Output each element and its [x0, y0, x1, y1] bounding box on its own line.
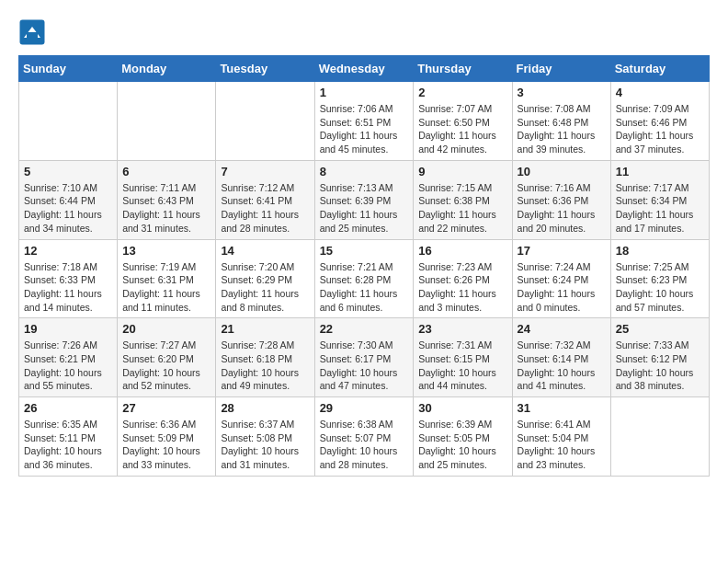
weekday-header-thursday: Thursday: [414, 56, 512, 82]
day-info: Sunrise: 6:36 AM Sunset: 5:09 PM Dayligh…: [122, 418, 210, 472]
day-info: Sunrise: 7:11 AM Sunset: 6:43 PM Dayligh…: [122, 181, 210, 236]
day-info: Sunrise: 7:24 AM Sunset: 6:24 PM Dayligh…: [518, 260, 606, 315]
day-number: 16: [418, 244, 506, 258]
day-cell: 26Sunrise: 6:35 AM Sunset: 5:11 PM Dayli…: [19, 397, 118, 477]
day-number: 10: [518, 165, 606, 178]
day-number: 7: [221, 165, 309, 178]
day-cell: [216, 82, 314, 161]
day-info: Sunrise: 7:32 AM Sunset: 6:14 PM Dayligh…: [518, 339, 606, 393]
day-info: Sunrise: 7:08 AM Sunset: 6:48 PM Dayligh…: [518, 102, 606, 156]
day-number: 22: [320, 322, 409, 336]
page-header: [18, 18, 710, 46]
day-number: 6: [122, 165, 210, 178]
day-cell: 3Sunrise: 7:08 AM Sunset: 6:48 PM Daylig…: [512, 82, 610, 161]
day-cell: 7Sunrise: 7:12 AM Sunset: 6:41 PM Daylig…: [216, 160, 314, 239]
day-info: Sunrise: 6:37 AM Sunset: 5:08 PM Dayligh…: [221, 418, 309, 472]
day-info: Sunrise: 7:17 AM Sunset: 6:34 PM Dayligh…: [616, 181, 704, 236]
day-number: 28: [221, 401, 309, 415]
svg-rect-2: [27, 32, 38, 38]
day-info: Sunrise: 7:20 AM Sunset: 6:29 PM Dayligh…: [221, 260, 309, 315]
day-info: Sunrise: 7:15 AM Sunset: 6:38 PM Dayligh…: [418, 181, 506, 236]
logo: [18, 18, 50, 46]
day-info: Sunrise: 7:27 AM Sunset: 6:20 PM Dayligh…: [122, 339, 210, 393]
day-info: Sunrise: 7:28 AM Sunset: 6:18 PM Dayligh…: [221, 339, 309, 393]
day-cell: 13Sunrise: 7:19 AM Sunset: 6:31 PM Dayli…: [118, 239, 216, 318]
day-cell: 31Sunrise: 6:41 AM Sunset: 5:04 PM Dayli…: [512, 397, 610, 477]
day-info: Sunrise: 7:16 AM Sunset: 6:36 PM Dayligh…: [518, 181, 606, 236]
day-info: Sunrise: 7:10 AM Sunset: 6:44 PM Dayligh…: [24, 181, 112, 236]
day-cell: 12Sunrise: 7:18 AM Sunset: 6:33 PM Dayli…: [19, 239, 118, 318]
day-cell: 25Sunrise: 7:33 AM Sunset: 6:12 PM Dayli…: [610, 318, 709, 397]
day-number: 27: [122, 401, 210, 415]
weekday-header-saturday: Saturday: [610, 56, 709, 82]
day-cell: 5Sunrise: 7:10 AM Sunset: 6:44 PM Daylig…: [19, 160, 118, 239]
day-number: 5: [24, 165, 112, 178]
day-number: 26: [24, 401, 112, 415]
day-cell: 29Sunrise: 6:38 AM Sunset: 5:07 PM Dayli…: [314, 397, 414, 477]
day-cell: 18Sunrise: 7:25 AM Sunset: 6:23 PM Dayli…: [610, 239, 709, 318]
day-info: Sunrise: 7:07 AM Sunset: 6:50 PM Dayligh…: [418, 102, 506, 156]
day-number: 17: [518, 244, 606, 258]
weekday-header-tuesday: Tuesday: [216, 56, 314, 82]
day-number: 8: [320, 165, 409, 178]
weekday-header-row: SundayMondayTuesdayWednesdayThursdayFrid…: [19, 56, 710, 82]
day-cell: [118, 82, 216, 161]
day-cell: 21Sunrise: 7:28 AM Sunset: 6:18 PM Dayli…: [216, 318, 314, 397]
day-number: 4: [616, 86, 704, 99]
day-info: Sunrise: 7:25 AM Sunset: 6:23 PM Dayligh…: [616, 260, 704, 315]
day-cell: 15Sunrise: 7:21 AM Sunset: 6:28 PM Dayli…: [314, 239, 414, 318]
day-number: 18: [616, 244, 704, 258]
day-info: Sunrise: 6:39 AM Sunset: 5:05 PM Dayligh…: [418, 418, 506, 472]
calendar-table: SundayMondayTuesdayWednesdayThursdayFrid…: [18, 55, 710, 477]
day-info: Sunrise: 7:33 AM Sunset: 6:12 PM Dayligh…: [616, 339, 704, 393]
day-number: 1: [320, 86, 409, 99]
logo-icon: [18, 18, 46, 46]
day-cell: 14Sunrise: 7:20 AM Sunset: 6:29 PM Dayli…: [216, 239, 314, 318]
day-cell: 30Sunrise: 6:39 AM Sunset: 5:05 PM Dayli…: [414, 397, 512, 477]
day-info: Sunrise: 7:18 AM Sunset: 6:33 PM Dayligh…: [24, 260, 112, 315]
day-cell: 28Sunrise: 6:37 AM Sunset: 5:08 PM Dayli…: [216, 397, 314, 477]
day-cell: 11Sunrise: 7:17 AM Sunset: 6:34 PM Dayli…: [610, 160, 709, 239]
day-number: 15: [320, 244, 409, 258]
day-cell: 27Sunrise: 6:36 AM Sunset: 5:09 PM Dayli…: [118, 397, 216, 477]
day-cell: 22Sunrise: 7:30 AM Sunset: 6:17 PM Dayli…: [314, 318, 414, 397]
day-cell: 16Sunrise: 7:23 AM Sunset: 6:26 PM Dayli…: [414, 239, 512, 318]
day-cell: 1Sunrise: 7:06 AM Sunset: 6:51 PM Daylig…: [314, 82, 414, 161]
day-cell: 8Sunrise: 7:13 AM Sunset: 6:39 PM Daylig…: [314, 160, 414, 239]
week-row-2: 5Sunrise: 7:10 AM Sunset: 6:44 PM Daylig…: [19, 160, 710, 239]
day-info: Sunrise: 7:13 AM Sunset: 6:39 PM Dayligh…: [320, 181, 409, 236]
week-row-3: 12Sunrise: 7:18 AM Sunset: 6:33 PM Dayli…: [19, 239, 710, 318]
day-number: 23: [418, 322, 506, 336]
day-cell: 4Sunrise: 7:09 AM Sunset: 6:46 PM Daylig…: [610, 82, 709, 161]
day-info: Sunrise: 6:41 AM Sunset: 5:04 PM Dayligh…: [518, 418, 606, 472]
day-number: 30: [418, 401, 506, 415]
day-cell: 2Sunrise: 7:07 AM Sunset: 6:50 PM Daylig…: [414, 82, 512, 161]
day-info: Sunrise: 7:30 AM Sunset: 6:17 PM Dayligh…: [320, 339, 409, 393]
day-cell: [610, 397, 709, 477]
day-number: 3: [518, 86, 606, 99]
day-info: Sunrise: 7:26 AM Sunset: 6:21 PM Dayligh…: [24, 339, 112, 393]
day-number: 21: [221, 322, 309, 336]
day-number: 20: [122, 322, 210, 336]
day-info: Sunrise: 6:35 AM Sunset: 5:11 PM Dayligh…: [24, 418, 112, 472]
week-row-1: 1Sunrise: 7:06 AM Sunset: 6:51 PM Daylig…: [19, 82, 710, 161]
day-number: 25: [616, 322, 704, 336]
day-cell: 20Sunrise: 7:27 AM Sunset: 6:20 PM Dayli…: [118, 318, 216, 397]
day-info: Sunrise: 7:31 AM Sunset: 6:15 PM Dayligh…: [418, 339, 506, 393]
day-number: 19: [24, 322, 112, 336]
weekday-header-monday: Monday: [118, 56, 216, 82]
day-cell: 19Sunrise: 7:26 AM Sunset: 6:21 PM Dayli…: [19, 318, 118, 397]
day-info: Sunrise: 7:23 AM Sunset: 6:26 PM Dayligh…: [418, 260, 506, 315]
day-info: Sunrise: 7:21 AM Sunset: 6:28 PM Dayligh…: [320, 260, 409, 315]
week-row-5: 26Sunrise: 6:35 AM Sunset: 5:11 PM Dayli…: [19, 397, 710, 477]
day-info: Sunrise: 7:19 AM Sunset: 6:31 PM Dayligh…: [122, 260, 210, 315]
day-number: 29: [320, 401, 409, 415]
day-number: 9: [418, 165, 506, 178]
day-cell: 10Sunrise: 7:16 AM Sunset: 6:36 PM Dayli…: [512, 160, 610, 239]
day-number: 13: [122, 244, 210, 258]
weekday-header-friday: Friday: [512, 56, 610, 82]
day-number: 12: [24, 244, 112, 258]
day-info: Sunrise: 6:38 AM Sunset: 5:07 PM Dayligh…: [320, 418, 409, 472]
day-number: 2: [418, 86, 506, 99]
day-cell: 6Sunrise: 7:11 AM Sunset: 6:43 PM Daylig…: [118, 160, 216, 239]
